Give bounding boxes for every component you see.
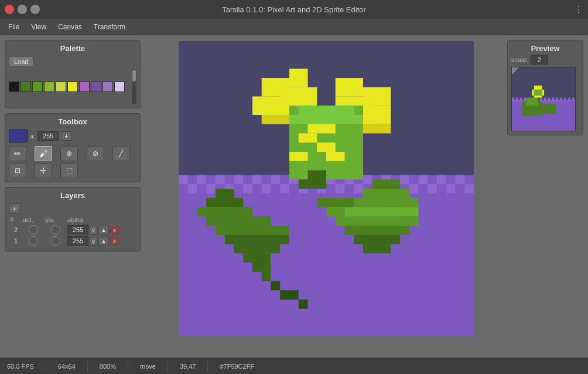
- swatch-8[interactable]: [102, 81, 113, 92]
- svg-rect-72: [234, 244, 281, 254]
- status-zoom: 800%: [97, 362, 118, 371]
- menu-view[interactable]: View: [25, 21, 52, 33]
- layer-2-controls: v ▲ x: [67, 225, 135, 234]
- palette-load-button[interactable]: Load: [9, 56, 33, 67]
- svg-rect-75: [262, 272, 271, 281]
- main-layout: Palette Load Toolbox: [0, 35, 588, 358]
- minimize-button[interactable]: [30, 5, 40, 14]
- svg-rect-27: [409, 175, 419, 184]
- layer-1-delete-button[interactable]: x: [110, 237, 119, 246]
- svg-rect-87: [354, 198, 418, 208]
- svg-rect-59: [409, 184, 419, 193]
- svg-rect-41: [243, 184, 252, 193]
- bucket-tool[interactable]: ⊕: [60, 146, 78, 161]
- swatch-6[interactable]: [79, 81, 90, 92]
- svg-rect-95: [289, 69, 308, 87]
- layer-2-delete-button[interactable]: x: [110, 226, 119, 234]
- svg-rect-125: [552, 98, 554, 102]
- layer-2-alpha[interactable]: [67, 225, 88, 234]
- maximize-button[interactable]: [18, 5, 27, 14]
- palette-scrollbar[interactable]: [132, 69, 136, 104]
- menu-file[interactable]: File: [2, 21, 25, 33]
- color-swatches: [9, 69, 136, 104]
- layers-add-button[interactable]: +: [9, 203, 20, 214]
- layers-panel: Layers + # act. vis. alpha 2 v ▲ x: [5, 187, 141, 251]
- svg-rect-128: [564, 98, 566, 102]
- status-divider-1: [46, 361, 46, 372]
- menubar: File View Canvas Transform: [0, 19, 588, 35]
- swatch-7[interactable]: [91, 81, 101, 92]
- swatch-2[interactable]: [32, 81, 43, 92]
- swatch-0[interactable]: [9, 81, 19, 92]
- svg-rect-8: [234, 175, 244, 184]
- svg-rect-6: [216, 175, 225, 184]
- svg-rect-42: [252, 184, 262, 193]
- statusbar: 60.0 FPS 64x64 800% move 39,47 #7F59C2FF: [0, 358, 588, 374]
- svg-rect-37: [206, 184, 216, 193]
- svg-rect-5: [206, 175, 216, 184]
- svg-rect-127: [560, 98, 562, 102]
- close-button[interactable]: [5, 5, 14, 14]
- layer-2-visible-circle[interactable]: [51, 225, 60, 234]
- layer-1-alpha[interactable]: [67, 236, 88, 246]
- select-tool[interactable]: ⬚: [60, 163, 78, 178]
- svg-rect-110: [326, 152, 345, 161]
- svg-rect-91: [372, 235, 400, 244]
- swatch-1[interactable]: [20, 81, 31, 92]
- menu-canvas[interactable]: Canvas: [52, 21, 88, 33]
- svg-rect-22: [363, 175, 372, 184]
- svg-rect-76: [271, 281, 281, 291]
- svg-rect-68: [197, 208, 253, 217]
- preview-scale-input[interactable]: [531, 55, 548, 64]
- layer-1-active-circle[interactable]: [29, 236, 38, 246]
- svg-rect-73: [243, 253, 271, 263]
- svg-rect-29: [428, 175, 437, 184]
- layer-1-up-button[interactable]: ▲: [98, 237, 109, 246]
- alpha-input[interactable]: [37, 131, 59, 141]
- layer-1-visible-circle[interactable]: [51, 236, 60, 246]
- line-tool[interactable]: ╱: [112, 146, 130, 161]
- svg-rect-46: [289, 184, 299, 193]
- svg-rect-44: [271, 184, 281, 193]
- pencil-tool[interactable]: ✏: [9, 146, 26, 161]
- svg-rect-129: [568, 98, 570, 102]
- svg-rect-102: [363, 124, 391, 134]
- svg-rect-3: [188, 175, 197, 184]
- svg-rect-84: [363, 244, 391, 254]
- move-tool[interactable]: ✛: [35, 163, 52, 178]
- toolbox-panel: Toolbox a: + ✏ 🖌 ⊕ ⊘ ╱ ⊡ ✛ ⬚: [5, 113, 141, 182]
- svg-rect-34: [179, 184, 188, 193]
- svg-rect-109: [289, 152, 308, 161]
- layer-2-vis-button[interactable]: v: [90, 226, 97, 234]
- eraser-tool[interactable]: ⊡: [9, 163, 26, 178]
- canvas-area[interactable]: [145, 35, 507, 358]
- svg-rect-88: [345, 208, 419, 217]
- current-color-swatch[interactable]: [9, 130, 28, 142]
- swatch-4[interactable]: [56, 81, 66, 92]
- alpha-plus-button[interactable]: +: [61, 131, 71, 141]
- pixel-canvas[interactable]: [179, 41, 474, 336]
- svg-rect-31: [446, 175, 456, 184]
- layer-2-active-circle[interactable]: [29, 225, 38, 234]
- svg-rect-107: [299, 134, 317, 143]
- swatch-5[interactable]: [67, 81, 78, 92]
- svg-rect-65: [464, 184, 474, 193]
- svg-rect-108: [317, 142, 336, 152]
- status-coords: 39,47: [177, 362, 199, 371]
- window-menu-icon[interactable]: ⋮: [574, 4, 583, 15]
- brush-tool[interactable]: 🖌: [35, 146, 52, 161]
- swatch-9[interactable]: [114, 81, 125, 92]
- layers-header: # act. vis. alpha: [9, 216, 136, 223]
- swatch-3[interactable]: [44, 81, 54, 92]
- status-divider-5: [207, 361, 208, 372]
- svg-rect-85: [372, 179, 400, 189]
- menu-transform[interactable]: Transform: [88, 21, 131, 33]
- svg-rect-89: [354, 216, 418, 226]
- eyedropper-tool[interactable]: ⊘: [87, 146, 104, 161]
- status-color: #7F59C2FF: [217, 362, 257, 371]
- fold-icon: [512, 67, 519, 74]
- layer-2-up-button[interactable]: ▲: [98, 226, 109, 234]
- svg-rect-132: [526, 98, 538, 106]
- svg-rect-28: [419, 175, 428, 184]
- layer-1-vis-button[interactable]: v: [90, 237, 97, 246]
